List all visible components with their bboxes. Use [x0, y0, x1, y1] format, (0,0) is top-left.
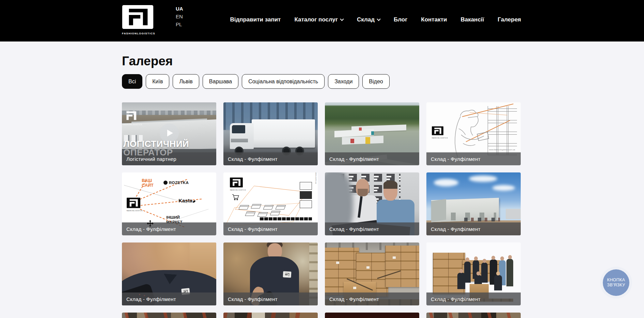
photo-layer	[383, 181, 398, 189]
lang-pl[interactable]: PL	[176, 21, 183, 28]
site-header: FASHIONLOGISTICS UA EN PL Відправити зап…	[0, 0, 644, 41]
brand-name: FASHIONLOGISTICS	[122, 32, 154, 35]
brand-name: FASHIONLOGISTICS	[432, 137, 448, 139]
header-inner: FASHIONLOGISTICS UA EN PL Відправити зап…	[122, 0, 521, 41]
scheme-shelf	[300, 182, 312, 208]
photo-layer	[492, 185, 515, 191]
caption-text: Склад - Фулфілмент	[228, 226, 278, 232]
caption-text: Склад - Фулфілмент	[329, 226, 379, 232]
rozetka-text: ROZETKA	[169, 181, 189, 185]
filter-kyiv[interactable]: Київ	[146, 74, 169, 89]
filter-events[interactable]: Заходи	[328, 74, 359, 89]
brand-watermark: FASHIONLOGISTICS	[123, 109, 142, 125]
gallery-caption: Склад - Фулфілмент	[223, 292, 318, 305]
brand-name: FASHIONLOGISTICS	[123, 124, 142, 125]
gallery-item-photo[interactable]	[426, 313, 521, 318]
scheme-box	[275, 205, 286, 210]
person	[500, 256, 504, 261]
filter-warsaw[interactable]: Варшава	[203, 74, 238, 89]
nav-label: Каталог послуг	[294, 16, 338, 23]
gallery-item-photo[interactable]: FASHIONLOGISTICS www.fashionlogistics.co…	[426, 102, 521, 165]
gallery-item-photo[interactable]: Склад - Фулфілмент	[325, 242, 419, 305]
site-url-watermark: www.fashionlogistics.com.ua	[489, 149, 515, 151]
photo-layer	[359, 128, 362, 131]
filter-lviv[interactable]: Львів	[173, 74, 199, 89]
caption-text: Склад - Фулфілмент	[228, 156, 278, 162]
photo-layer	[232, 125, 245, 133]
photo-layer	[434, 179, 458, 186]
scheme-box	[263, 205, 273, 210]
person	[457, 273, 465, 289]
filter-all[interactable]: Всі	[122, 74, 142, 89]
gallery-item-photo[interactable]: Склад - Фулфілмент	[223, 242, 318, 305]
gallery-caption: Склад - Фулфілмент	[325, 292, 419, 305]
brand-logo-icon	[285, 273, 289, 276]
chevron-down-icon	[377, 17, 380, 21]
nav-blog[interactable]: Блог	[394, 16, 407, 23]
gallery-item-photo[interactable]: ВАШ САЙТ ROZETKA Kasta ІНШИЙ МАРКЕТ FASH…	[122, 172, 216, 235]
nav-warehouse[interactable]: Склад	[357, 16, 380, 23]
lang-ua[interactable]: UA	[176, 5, 183, 12]
caption-text: Склад - Фулфілмент	[329, 296, 379, 302]
photo-layer	[336, 262, 339, 264]
photo-layer	[342, 136, 383, 145]
brand-watermark: FASHIONLOGISTICS	[127, 198, 143, 212]
language-switcher: UA EN PL	[176, 5, 183, 28]
brand-name: FASHIONLOGISTICS	[127, 210, 143, 212]
photo-layer	[385, 246, 419, 287]
brand-logo[interactable]: FASHIONLOGISTICS	[122, 5, 154, 35]
nav-contacts[interactable]: Контакти	[421, 16, 447, 23]
photo-layer	[393, 256, 396, 259]
caption-text: Склад - Фулфілмент	[126, 296, 176, 302]
nav-label: Вакансії	[460, 16, 484, 23]
gallery-caption: Склад - Фулфілмент	[122, 292, 216, 305]
gallery-item-photo[interactable]	[223, 313, 318, 318]
caption-text: Склад - Фулфілмент	[431, 156, 481, 162]
nav-label: Галерея	[498, 16, 521, 23]
photo-layer	[464, 218, 500, 221]
gallery-item-photo[interactable]	[122, 313, 216, 318]
site-url-watermark: www.fashionlogistics.com.ua	[315, 172, 317, 184]
gallery-item-photo[interactable]: FASHIONLOGISTICS www.fash	[223, 172, 318, 235]
scheme-label-rozetka: ROZETKA	[163, 181, 189, 185]
gallery-item-photo[interactable]: Склад - Фулфілмент	[325, 102, 419, 165]
gallery-item-photo[interactable]: Склад - Фулфілмент	[426, 172, 521, 235]
gallery-item-photo[interactable]: Склад - Фулфілмент	[325, 172, 419, 235]
scheme-box	[251, 204, 261, 208]
filter-social-responsibility[interactable]: Соціальна відповідальність	[242, 74, 325, 89]
kasta-leaf-icon	[192, 200, 195, 203]
nav-services-catalog[interactable]: Каталог послуг	[294, 16, 343, 23]
photo-layer	[371, 131, 374, 135]
person	[491, 256, 495, 260]
contact-button[interactable]: КНОПКА ЗВ'ЯЗКУ	[603, 269, 629, 296]
nav-send-request[interactable]: Відправити запит	[230, 16, 281, 23]
gallery-item-photo[interactable]	[325, 313, 419, 318]
nav-label: Склад	[357, 16, 375, 23]
photo-layer	[252, 119, 315, 148]
contact-button-line2: ЗВ'ЯЗКУ	[607, 283, 625, 287]
photo-layer	[350, 139, 354, 143]
gallery-item-video[interactable]: FASHIONLOGISTICS ЛОГІСТИЧНИЙ ОПЕРАТОР Ло…	[122, 102, 216, 165]
brand-logo-icon	[122, 5, 154, 29]
photo-layer	[231, 139, 248, 143]
person	[476, 271, 480, 275]
scheme-legend-bar	[259, 217, 312, 220]
gallery-item-photo[interactable]: Склад - Фулфілмент	[426, 242, 521, 305]
gallery-item-photo[interactable]: Склад - Фулфілмент	[122, 242, 216, 305]
scheme-label-your-site: ВАШ САЙТ	[142, 178, 159, 188]
nav-vacancies[interactable]: Вакансії	[460, 16, 484, 23]
nav-gallery[interactable]: Галерея	[498, 16, 521, 23]
filter-video[interactable]: Відео	[362, 74, 389, 89]
person	[506, 259, 513, 286]
brand-logo-icon	[230, 178, 243, 187]
play-triangle	[167, 130, 173, 136]
shelf-cell	[300, 200, 312, 208]
nav-label: Контакти	[421, 16, 447, 23]
gallery-grid: FASHIONLOGISTICS ЛОГІСТИЧНИЙ ОПЕРАТОР Ло…	[122, 102, 521, 318]
caption-text: Склад - Фулфілмент	[329, 156, 379, 162]
caption-text: Склад - Фулфілмент	[431, 226, 481, 232]
nav-label: Блог	[394, 16, 407, 23]
gallery-item-photo[interactable]: Склад - Фулфілмент	[223, 102, 318, 165]
lang-en[interactable]: EN	[176, 13, 183, 20]
contact-button-line1: КНОПКА	[607, 278, 625, 282]
